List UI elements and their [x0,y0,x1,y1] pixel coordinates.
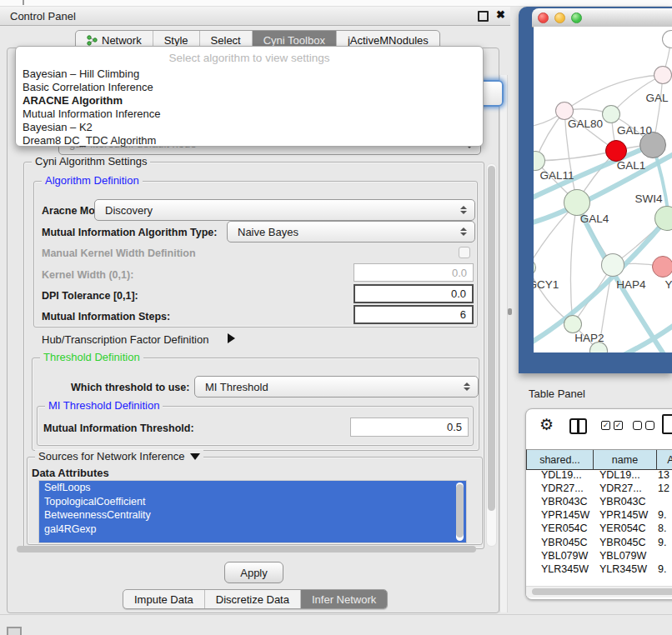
gear-icon[interactable]: ⚙ [539,415,554,434]
node-gal10[interactable] [602,105,620,123]
select-all-checkbox-icon[interactable]: ✓ [614,421,623,430]
cell: YIL052C [599,577,658,578]
mi-type-combo[interactable]: Naive Bayes [227,221,475,242]
popup-item[interactable]: Dream8 DC_TDC Algorithm [16,134,483,148]
cell: YDL19... [526,469,599,481]
splitter-grip[interactable] [508,308,512,315]
settings-vscrollbar[interactable] [486,163,497,547]
node-label: GAL1 [617,159,646,172]
network-window[interactable]: GAL GAL80 GAL10 GAL1 GAL11 SWI4 GAL4 GCY… [519,7,672,373]
popup-item-highlighted[interactable]: ARACNE Algorithm [16,94,483,108]
cell: YLR345W [599,563,658,575]
deselect-checkbox-icon[interactable] [633,421,642,430]
control-panel-titlebar[interactable]: Control Panel ✖ [0,7,510,26]
table-row[interactable]: YIL052CYIL052C9 [526,576,672,578]
hub-definition-label[interactable]: Hub/Transcription Factor Definition [42,333,208,346]
list-item[interactable] [39,536,466,543]
data-attributes-list: SelfLoops TopologicalCoefficient Between… [38,480,467,543]
dpi-tolerance-label: DPI Tolerance [0,1]: [42,290,138,302]
tab-impute-data-label: Impute Data [134,593,193,606]
column-header-shared-name[interactable]: shared... [527,450,594,469]
network-canvas[interactable]: GAL GAL80 GAL10 GAL1 GAL11 SWI4 GAL4 GCY… [534,27,672,352]
table-panel-title: Table Panel [529,388,585,400]
node-hap2[interactable] [564,315,582,333]
mi-threshold-group-title: MI Threshold Definition [45,399,163,412]
minimized-panel-icon[interactable] [7,627,22,635]
popup-item[interactable]: Basic Correlation Inference [16,81,483,94]
deselect-checkbox-icon[interactable] [645,421,654,430]
list-scrollbar[interactable] [456,482,464,541]
screen: Control Panel ✖ Network Style Select Cyn… [0,0,672,635]
sources-group-title: Sources for Network Inference [38,450,185,462]
network-window-titlebar[interactable] [532,8,672,28]
table-hscrollbar[interactable] [526,586,672,598]
tab-discretize-data[interactable]: Discretize Data [204,590,300,608]
which-threshold-combo[interactable]: MI Threshold [194,376,479,398]
table-row[interactable]: YBR045CYBR045C9. [526,535,672,548]
column-header-partial[interactable]: A [657,450,672,469]
mi-steps-field[interactable]: 6 [354,305,474,324]
column-header-name[interactable]: name [594,450,657,469]
settings-hscrollbar[interactable] [17,546,481,553]
hub-expander-arrow-icon[interactable] [228,333,235,343]
list-item[interactable]: BetweennessCentrality [39,508,466,522]
dpi-tolerance-field[interactable]: 0.0 [354,284,474,303]
cell: YER054C [599,522,658,534]
bottom-tabbar: Impute Data Discretize Data Infer Networ… [123,589,388,609]
select-all-checkbox-icon[interactable]: ✓ [601,421,610,430]
list-item[interactable]: SelfLoops [39,481,466,495]
popup-item[interactable]: Mutual Information Inference [16,108,483,121]
network-icon [87,35,98,46]
aracne-mode-combo[interactable]: Discovery [94,199,475,221]
table-row[interactable]: YBR043CYBR043C [526,495,672,508]
data-attributes-label: Data Attributes [32,467,109,479]
minimize-traffic-light[interactable] [554,12,565,23]
table-row[interactable]: YDL19...YDL19...13 [526,468,672,482]
close-icon[interactable]: ✖ [496,8,505,21]
zoom-traffic-light[interactable] [571,12,582,23]
node-label: GAL10 [617,124,652,137]
apply-button[interactable]: Apply [224,562,283,583]
node-hap4[interactable] [601,253,624,277]
kernel-width-value: 0.0 [452,267,467,279]
which-threshold-label: Which threshold to use: [71,382,189,393]
combo-arrows-icon [464,382,470,391]
mi-type-label: Mutual Information Algorithm Type: [42,227,217,238]
node-label: Y [664,278,672,291]
document-icon[interactable] [662,414,672,434]
tab-cyni-toolbox-label: Cyni Toolbox [263,34,325,47]
combo-arrows-icon [460,206,467,214]
node-salmon[interactable] [652,256,672,278]
tab-select-label: Select [211,34,241,47]
control-panel-title: Control Panel [10,10,76,22]
kernel-width-field[interactable]: 0.0 [354,263,474,282]
manual-kernel-checkbox[interactable] [459,247,470,258]
cell: YBL079W [599,550,658,562]
node[interactable] [654,66,672,84]
tab-infer-network[interactable]: Infer Network [300,590,387,608]
popup-prompt: Select algorithm to view settings [16,52,483,64]
cell: 9 [658,577,672,578]
table-row[interactable]: YPR145WYPR145W9. [526,508,672,522]
mi-threshold-label: Mutual Information Threshold: [43,422,194,434]
close-traffic-light[interactable] [538,12,549,23]
sources-collapse-arrow-icon[interactable] [190,453,200,460]
mi-threshold-field[interactable]: 0.5 [350,418,469,437]
table-row[interactable]: YLR345WYLR345W9. [526,562,672,576]
float-window-icon[interactable] [478,11,489,22]
list-item[interactable]: gal4RGexp [39,522,466,537]
columns-icon[interactable] [569,418,587,434]
list-item[interactable]: TopologicalCoefficient [39,495,466,509]
panel-scrollbar-track[interactable] [499,75,508,612]
cell: YIL052C [526,577,599,578]
table-row[interactable]: YER054CYER054C8. [526,522,672,535]
algorithm-definition-title: Algorithm Definition [42,174,143,187]
popup-item[interactable]: Bayesian – Hill Climbing [16,68,483,81]
node-label: GAL80 [568,118,603,130]
aracne-mode-value: Discovery [105,204,153,217]
tab-impute-data[interactable]: Impute Data [123,590,204,608]
table-row[interactable]: YBL079WYBL079W [526,549,672,562]
cell: YLR345W [526,563,599,575]
table-row[interactable]: YDR27...YDR27...12 [526,482,672,495]
popup-item[interactable]: Bayesian – K2 [16,121,483,134]
